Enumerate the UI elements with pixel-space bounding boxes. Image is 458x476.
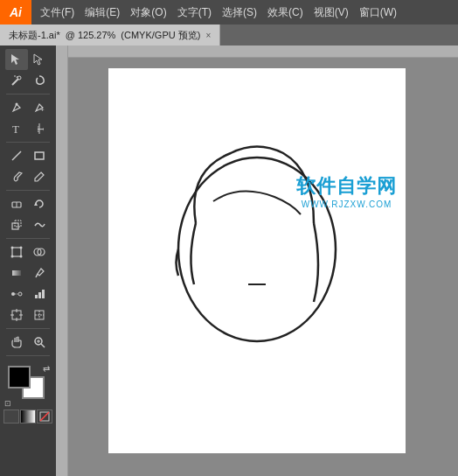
separator-3: [6, 190, 50, 191]
svg-point-20: [20, 247, 23, 249]
tool-row-misc2: [2, 262, 54, 284]
none-btn[interactable]: [37, 410, 52, 424]
menu-object[interactable]: 对象(O): [125, 0, 171, 24]
svg-point-6: [16, 103, 18, 106]
type-tool[interactable]: T: [5, 118, 28, 139]
tabbar: 未标题-1.ai* @ 125.27% (CMYK/GPU 预览) ×: [0, 24, 458, 46]
solid-color-btn[interactable]: [3, 410, 19, 424]
svg-text:T: T: [35, 126, 45, 132]
svg-point-47: [178, 158, 336, 341]
svg-point-22: [20, 256, 23, 258]
svg-point-28: [18, 292, 22, 296]
separator-5: [6, 328, 50, 329]
tool-row-nav: [2, 332, 54, 353]
tool-row-pen: +: [2, 97, 54, 118]
tool-row-transform: [2, 193, 54, 214]
tab-mode: (CMYK/GPU 预览): [121, 29, 200, 42]
color-mode-row: [3, 410, 52, 424]
horizontal-ruler: [56, 46, 458, 58]
app-logo: Ai: [0, 0, 31, 24]
menu-text[interactable]: 文字(T): [172, 0, 217, 24]
toolbar: + T T: [0, 46, 56, 476]
vertical-ruler: [56, 46, 68, 476]
magic-wand-tool[interactable]: [5, 70, 28, 91]
menu-edit[interactable]: 编辑(E): [80, 0, 125, 24]
svg-text:+: +: [40, 106, 45, 114]
vertical-type-tool[interactable]: T: [28, 118, 51, 139]
svg-rect-12: [35, 152, 44, 159]
selection-tool[interactable]: [5, 49, 28, 70]
shape-builder-tool[interactable]: [28, 242, 51, 262]
tab-close-button[interactable]: ×: [205, 31, 211, 40]
svg-line-2: [12, 79, 18, 85]
slice-tool[interactable]: [28, 304, 51, 326]
menu-view[interactable]: 视图(V): [309, 0, 354, 24]
menu-file[interactable]: 文件(F): [35, 0, 80, 24]
lasso-tool[interactable]: [28, 70, 51, 91]
menu-select[interactable]: 选择(S): [217, 0, 262, 24]
face-drawing: [161, 136, 353, 363]
svg-line-46: [40, 412, 49, 421]
swap-colors-icon[interactable]: ⇄: [43, 364, 50, 374]
main-area: + T T: [0, 46, 458, 476]
tool-row-misc3: [2, 284, 54, 304]
tab-zoom: @ 125.27%: [66, 30, 116, 40]
svg-rect-30: [35, 295, 38, 298]
svg-point-27: [11, 292, 15, 296]
titlebar: Ai 文件(F) 编辑(E) 对象(O) 文字(T) 选择(S) 效果(C) 视…: [0, 0, 458, 24]
svg-rect-25: [12, 270, 21, 276]
eyedropper-tool[interactable]: [28, 262, 51, 284]
paintbrush-tool[interactable]: [5, 166, 28, 187]
svg-marker-1: [34, 54, 42, 65]
rectangle-tool[interactable]: [28, 145, 51, 166]
canvas-area: 软件自学网 WWW.RJZXW.COM: [56, 46, 458, 476]
artboard-tool[interactable]: [5, 304, 28, 326]
add-anchor-tool[interactable]: +: [28, 97, 51, 118]
svg-point-21: [11, 256, 14, 258]
svg-rect-31: [38, 292, 41, 298]
tool-row-shapes: [2, 145, 54, 166]
separator-1: [6, 94, 50, 94]
zoom-tool[interactable]: [28, 332, 51, 353]
svg-rect-18: [12, 248, 21, 256]
menubar: 文件(F) 编辑(E) 对象(O) 文字(T) 选择(S) 效果(C) 视图(V…: [31, 0, 458, 24]
hand-tool[interactable]: [5, 332, 28, 353]
foreground-color-swatch[interactable]: [8, 366, 31, 388]
tool-row-brush: [2, 166, 54, 187]
menu-effect[interactable]: 效果(C): [262, 0, 309, 24]
svg-line-26: [36, 274, 38, 277]
tool-row-magic: [2, 70, 54, 91]
tool-row-selection: [2, 49, 54, 70]
svg-marker-0: [11, 54, 19, 65]
free-transform-tool[interactable]: [5, 242, 28, 262]
tool-row-type: T T: [2, 118, 54, 139]
pencil-tool[interactable]: [28, 166, 51, 187]
rotate-tool[interactable]: [28, 193, 51, 214]
svg-marker-15: [34, 202, 38, 206]
tool-row-misc4: [2, 304, 54, 326]
line-segment-tool[interactable]: [5, 145, 28, 166]
svg-point-19: [11, 247, 14, 249]
svg-line-11: [12, 151, 21, 160]
pen-tool[interactable]: [5, 97, 28, 118]
reset-colors-icon[interactable]: ⊡: [4, 399, 11, 408]
eraser-tool[interactable]: [5, 193, 28, 214]
menu-window[interactable]: 窗口(W): [354, 0, 402, 24]
tool-row-misc1: [2, 242, 54, 262]
tab-title: 未标题-1.ai*: [9, 29, 60, 42]
separator-6: [6, 355, 50, 356]
separator-4: [6, 238, 50, 239]
svg-text:T: T: [12, 122, 19, 135]
warp-tool[interactable]: [28, 214, 51, 235]
document-tab[interactable]: 未标题-1.ai* @ 125.27% (CMYK/GPU 预览) ×: [0, 24, 220, 46]
svg-rect-32: [42, 290, 45, 298]
direct-selection-tool[interactable]: [28, 49, 51, 70]
gradient-tool[interactable]: [5, 262, 28, 284]
color-area: ⇄ ⊡: [3, 362, 53, 408]
gradient-btn[interactable]: [20, 410, 36, 424]
bar-chart-tool[interactable]: [28, 284, 51, 304]
scale-tool[interactable]: [5, 214, 28, 235]
separator-2: [6, 142, 50, 143]
tool-row-scale: [2, 214, 54, 235]
blend-tool[interactable]: [5, 284, 28, 304]
